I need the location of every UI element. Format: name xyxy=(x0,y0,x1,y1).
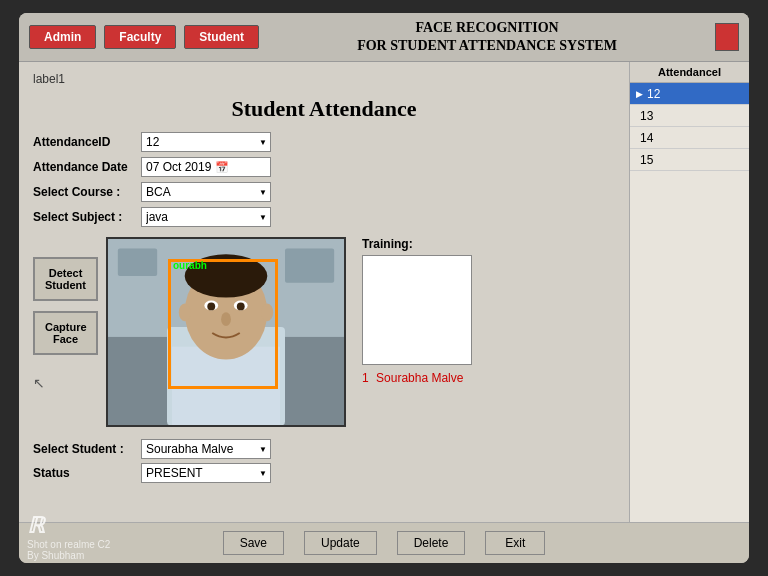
status-wrapper: PRESENT xyxy=(141,463,271,483)
right-panel: AttendanceI ▶ 12 13 14 xyxy=(629,62,749,522)
status-rows: Select Student : Sourabha Malve Status P… xyxy=(33,439,615,483)
select-subject-select[interactable]: java xyxy=(141,207,271,227)
training-label: Training: xyxy=(362,237,472,251)
training-area: Training: 1 Sourabha Malve xyxy=(362,237,472,427)
save-button[interactable]: Save xyxy=(223,531,284,555)
attendance-date-input[interactable]: 07 Oct 2019 📅 xyxy=(141,157,271,177)
select-course-select[interactable]: BCA xyxy=(141,182,271,202)
capture-face-button[interactable]: CaptureFace xyxy=(33,311,98,355)
watermark-line1: Shot on realme C2 xyxy=(27,539,110,550)
detect-student-button[interactable]: DetectStudent xyxy=(33,257,98,301)
table-row[interactable]: 14 xyxy=(630,127,749,149)
attendance-id-row: AttendanceID 12 xyxy=(33,132,615,152)
camera-frame: ourabh xyxy=(106,237,346,427)
status-label: Status xyxy=(33,466,133,480)
faculty-button[interactable]: Faculty xyxy=(104,25,176,49)
app-header: Admin Faculty Student FACE RECOGNITION F… xyxy=(19,13,749,62)
status-row: Status PRESENT xyxy=(33,463,615,483)
table-cell: 12 xyxy=(647,87,660,101)
select-student-wrapper: Sourabha Malve xyxy=(141,439,271,459)
table-body: ▶ 12 13 14 15 xyxy=(630,83,749,522)
bottom-toolbar: Save Update Delete Exit xyxy=(19,522,749,563)
calendar-icon[interactable]: 📅 xyxy=(215,161,229,174)
update-button[interactable]: Update xyxy=(304,531,377,555)
side-buttons: DetectStudent CaptureFace ↖ xyxy=(33,237,98,427)
select-subject-wrapper: java xyxy=(141,207,271,227)
face-detected-label: ourabh xyxy=(173,260,207,271)
watermark: ℝ Shot on realme C2 By Shubham xyxy=(27,513,110,561)
admin-button[interactable]: Admin xyxy=(29,25,96,49)
table-row[interactable]: 15 xyxy=(630,149,749,171)
status-select[interactable]: PRESENT xyxy=(141,463,271,483)
select-student-label: Select Student : xyxy=(33,442,133,456)
row-arrow: ▶ xyxy=(636,89,643,99)
table-row[interactable]: ▶ 12 xyxy=(630,83,749,105)
exit-button[interactable]: Exit xyxy=(485,531,545,555)
attendance-id-select-wrapper: 12 xyxy=(141,132,271,152)
watermark-symbol: ℝ xyxy=(27,513,110,539)
close-button[interactable] xyxy=(715,23,739,51)
select-course-wrapper: BCA xyxy=(141,182,271,202)
table-row[interactable]: 13 xyxy=(630,105,749,127)
cursor-indicator: ↖ xyxy=(33,375,98,391)
svg-rect-2 xyxy=(285,249,334,283)
select-course-label: Select Course : xyxy=(33,185,133,199)
select-course-row: Select Course : BCA xyxy=(33,182,615,202)
attendance-id-select[interactable]: 12 xyxy=(141,132,271,152)
training-result-name: Sourabha Malve xyxy=(376,371,463,385)
training-result: 1 Sourabha Malve xyxy=(362,371,472,385)
left-panel: label1 Student Attendance AttendanceID 1… xyxy=(19,62,629,522)
attendance-id-label: AttendanceID xyxy=(33,135,133,149)
delete-button[interactable]: Delete xyxy=(397,531,466,555)
camera-area: DetectStudent CaptureFace ↖ xyxy=(33,237,615,427)
label1: label1 xyxy=(33,72,615,86)
training-box xyxy=(362,255,472,365)
attendance-date-value: 07 Oct 2019 xyxy=(146,160,211,174)
select-subject-row: Select Subject : java xyxy=(33,207,615,227)
training-result-number: 1 xyxy=(362,371,369,385)
select-student-select[interactable]: Sourabha Malve xyxy=(141,439,271,459)
table-header: AttendanceI xyxy=(630,62,749,83)
select-subject-label: Select Subject : xyxy=(33,210,133,224)
page-title: Student Attendance xyxy=(33,96,615,122)
main-content: label1 Student Attendance AttendanceID 1… xyxy=(19,62,749,522)
form-section: AttendanceID 12 Attendance Date 07 Oct 2… xyxy=(33,132,615,227)
select-student-row: Select Student : Sourabha Malve xyxy=(33,439,615,459)
attendance-date-label: Attendance Date xyxy=(33,160,133,174)
attendance-date-row: Attendance Date 07 Oct 2019 📅 xyxy=(33,157,615,177)
svg-rect-3 xyxy=(118,249,157,277)
app-title: FACE RECOGNITION FOR STUDENT ATTENDANCE … xyxy=(267,19,707,55)
face-bounding-box: ourabh xyxy=(168,259,278,389)
camera-background: ourabh xyxy=(108,239,344,425)
student-button[interactable]: Student xyxy=(184,25,259,49)
table-cell: 14 xyxy=(640,131,653,145)
watermark-line2: By Shubham xyxy=(27,550,110,561)
table-cell: 13 xyxy=(640,109,653,123)
table-cell: 15 xyxy=(640,153,653,167)
